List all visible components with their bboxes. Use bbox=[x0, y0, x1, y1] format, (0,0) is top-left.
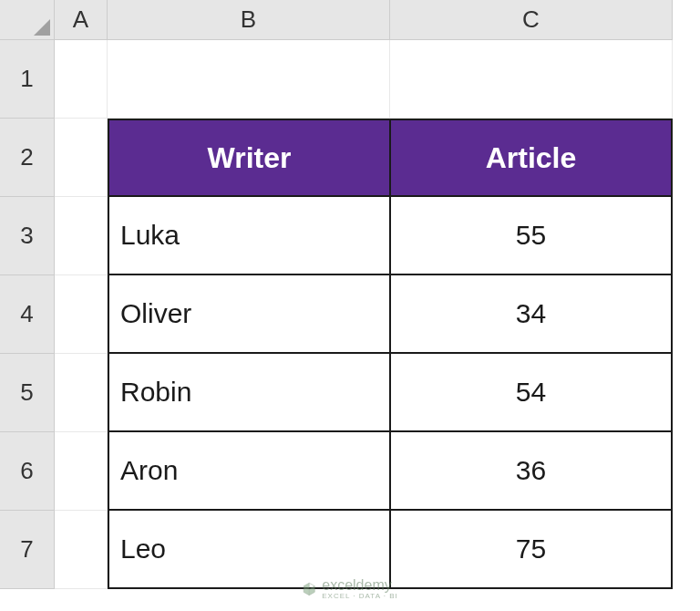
watermark: exceldemy EXCEL · DATA · BI bbox=[302, 577, 398, 600]
select-all-corner[interactable] bbox=[0, 0, 55, 40]
table-header-writer[interactable]: Writer bbox=[108, 119, 390, 197]
col-header-c[interactable]: C bbox=[390, 0, 673, 40]
row-header-1[interactable]: 1 bbox=[0, 40, 55, 119]
table-row[interactable]: Oliver bbox=[108, 275, 390, 354]
spreadsheet-grid: A B C 1 2 Writer Article 3 Luka 55 4 Oli… bbox=[0, 0, 700, 589]
cell-a7[interactable] bbox=[55, 511, 108, 589]
table-header-article[interactable]: Article bbox=[390, 119, 673, 197]
row-header-2[interactable]: 2 bbox=[0, 119, 55, 197]
watermark-text: exceldemy EXCEL · DATA · BI bbox=[322, 577, 398, 600]
cell-c1[interactable] bbox=[390, 40, 673, 119]
cell-a6[interactable] bbox=[55, 432, 108, 511]
table-row[interactable]: Robin bbox=[108, 354, 390, 432]
row-header-5[interactable]: 5 bbox=[0, 354, 55, 432]
watermark-tagline: EXCEL · DATA · BI bbox=[322, 592, 398, 600]
row-header-7[interactable]: 7 bbox=[0, 511, 55, 589]
table-row[interactable]: 75 bbox=[390, 511, 673, 589]
col-header-b[interactable]: B bbox=[108, 0, 390, 40]
table-row[interactable]: 34 bbox=[390, 275, 673, 354]
col-header-a[interactable]: A bbox=[55, 0, 108, 40]
cell-b1[interactable] bbox=[108, 40, 390, 119]
table-row[interactable]: 36 bbox=[390, 432, 673, 511]
cell-a4[interactable] bbox=[55, 275, 108, 354]
cell-a3[interactable] bbox=[55, 197, 108, 275]
row-header-6[interactable]: 6 bbox=[0, 432, 55, 511]
cube-icon bbox=[302, 582, 316, 596]
table-row[interactable]: 55 bbox=[390, 197, 673, 275]
cell-a1[interactable] bbox=[55, 40, 108, 119]
row-header-3[interactable]: 3 bbox=[0, 197, 55, 275]
cell-a2[interactable] bbox=[55, 119, 108, 197]
cell-a5[interactable] bbox=[55, 354, 108, 432]
table-row[interactable]: Luka bbox=[108, 197, 390, 275]
row-header-4[interactable]: 4 bbox=[0, 275, 55, 354]
table-row[interactable]: Aron bbox=[108, 432, 390, 511]
watermark-brand: exceldemy bbox=[322, 577, 391, 593]
table-row[interactable]: 54 bbox=[390, 354, 673, 432]
